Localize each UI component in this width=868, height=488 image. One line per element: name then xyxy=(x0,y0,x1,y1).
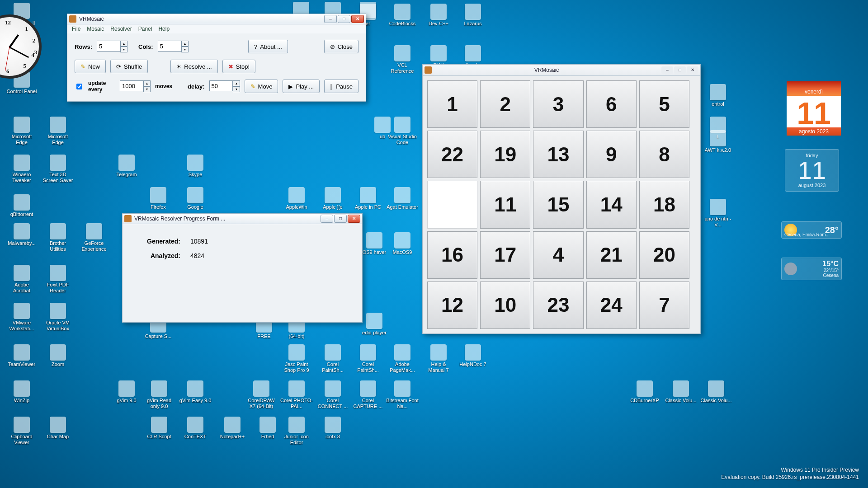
puzzle-tile[interactable]: 22 xyxy=(427,131,477,178)
puzzle-tile[interactable]: 7 xyxy=(639,282,689,329)
puzzle-tile[interactable]: 21 xyxy=(586,231,637,279)
desktop-icon[interactable]: Corel PaintSh... xyxy=(316,344,349,373)
desktop-icon[interactable]: GeForce Experience xyxy=(78,223,110,252)
puzzle-tile[interactable]: 3 xyxy=(533,80,583,128)
puzzle-tile[interactable]: 4 xyxy=(533,231,583,279)
desktop-icon[interactable]: Firefox xyxy=(142,187,175,210)
desktop-icon[interactable]: AppleWin xyxy=(280,187,313,210)
minimize-button[interactable]: – xyxy=(321,215,333,223)
new-button[interactable]: ✎New xyxy=(75,60,106,73)
puzzle-empty-slot[interactable] xyxy=(427,181,477,228)
maximize-button[interactable]: □ xyxy=(674,66,686,74)
weather-gadget-1[interactable]: 28° Cesena, Emilia-Rom... xyxy=(781,221,842,239)
desktop-icon[interactable]: Brother Utilities xyxy=(42,223,74,252)
menu-file[interactable]: File xyxy=(72,26,80,32)
desktop-icon[interactable]: Dev-C++ xyxy=(422,4,455,27)
desktop-icon[interactable]: Winaero Tweaker xyxy=(5,155,38,183)
desktop-icon[interactable]: Visual Studio Code xyxy=(386,117,419,145)
close-button[interactable]: ✕ xyxy=(351,15,364,23)
puzzle-tile[interactable]: 14 xyxy=(586,181,637,228)
puzzle-tile[interactable]: 12 xyxy=(427,282,477,329)
minimize-button[interactable]: – xyxy=(661,66,673,74)
about-button[interactable]: ?About ... xyxy=(248,40,288,53)
desktop-icon[interactable]: Char Map xyxy=(42,417,74,440)
desktop-icon[interactable]: Skype xyxy=(179,155,212,178)
pause-button[interactable]: ‖Pause xyxy=(324,80,359,93)
puzzle-tile[interactable]: 13 xyxy=(533,131,583,178)
puzzle-tile[interactable]: 19 xyxy=(480,131,530,178)
desktop-icon[interactable]: Clipboard Viewer xyxy=(5,417,38,446)
desktop-icon[interactable]: Junior Icon Editor xyxy=(280,417,313,446)
desktop-icon[interactable]: Agat Emulator xyxy=(386,187,419,210)
puzzle-tile[interactable]: 9 xyxy=(586,131,637,178)
desktop-icon[interactable]: Corel CAPTURE ... xyxy=(352,380,384,409)
desktop-icon[interactable]: gVim Easy 9.0 xyxy=(179,380,212,404)
desktop-icon[interactable]: Frhed xyxy=(251,417,284,440)
desktop-icon[interactable]: edia player xyxy=(358,313,391,336)
menu-panel[interactable]: Panel xyxy=(138,26,152,32)
desktop-icon[interactable]: Help & Manual 7 xyxy=(422,344,455,373)
menu-help[interactable]: Help xyxy=(158,26,170,32)
menu-mosaic[interactable]: Mosaic xyxy=(87,26,104,32)
puzzle-tile[interactable]: 10 xyxy=(480,282,530,329)
calendar-gadget-red[interactable]: venerdì 11 agosto 2023 xyxy=(787,81,841,136)
desktop-icon[interactable]: CodeBlocks xyxy=(386,4,419,27)
desktop-icon[interactable]: ano de ntri - V... xyxy=(702,199,734,228)
desktop-icon[interactable]: Foxit PDF Reader xyxy=(42,265,74,294)
menu-resolver[interactable]: Resolver xyxy=(110,26,132,32)
desktop-icon[interactable]: Text 3D Screen Saver xyxy=(42,155,74,183)
close-panel-button[interactable]: ⊘Close xyxy=(324,40,359,53)
resolve-button[interactable]: ✶Resolve ... xyxy=(170,60,217,73)
puzzle-tile[interactable]: 15 xyxy=(533,181,583,228)
cols-spin[interactable]: ▴▾ xyxy=(158,41,189,52)
play-button[interactable]: ▶Play ... xyxy=(283,80,320,93)
desktop-icon[interactable]: Jasc Paint Shop Pro 9 xyxy=(280,344,313,373)
maximize-button[interactable]: □ xyxy=(338,15,350,23)
close-button[interactable]: ✕ xyxy=(348,215,360,223)
rows-spin[interactable]: ▴▾ xyxy=(97,41,127,52)
puzzle-tile[interactable]: 2 xyxy=(480,80,530,128)
minimize-button[interactable]: – xyxy=(324,15,337,23)
desktop-icon[interactable]: qBittorrent xyxy=(5,194,38,217)
desktop-icon[interactable]: ConTEXT xyxy=(179,417,212,440)
desktop-icon[interactable]: Corel CONNECT ... xyxy=(316,380,349,409)
desktop-icon[interactable]: Apple in PC xyxy=(352,187,384,210)
desktop-icon[interactable]: ontrol xyxy=(702,84,734,107)
desktop-icon[interactable]: Google xyxy=(179,187,212,210)
puzzle-tile[interactable]: 20 xyxy=(639,231,689,279)
titlebar[interactable]: VRMosaic – □ ✕ xyxy=(67,14,366,24)
weather-gadget-2[interactable]: 15°C 22°/15° Cesena xyxy=(781,258,842,280)
desktop-icon[interactable]: MacOS9 xyxy=(386,232,419,255)
desktop-icon[interactable]: CDBurnerXP xyxy=(628,380,661,404)
desktop-icon[interactable]: VCL Reference xyxy=(386,45,419,74)
delay-spin[interactable]: ▴▾ xyxy=(209,80,240,92)
puzzle-tile[interactable]: 6 xyxy=(586,80,637,128)
desktop-icon[interactable]: Oracle VM VirtualBox xyxy=(42,303,74,332)
puzzle-tile[interactable]: 5 xyxy=(639,80,689,128)
desktop-icon[interactable]: Adobe PageMak... xyxy=(386,344,419,373)
desktop-icon[interactable]: Classic Volu... xyxy=(700,380,732,404)
desktop-icon[interactable]: Corel PHOTO-PAI... xyxy=(280,380,313,409)
desktop-icon[interactable]: Classic Volu... xyxy=(665,380,697,404)
puzzle-tile[interactable]: 24 xyxy=(586,282,637,329)
titlebar[interactable]: VRMosaic Resolver Progress Form ... – □ … xyxy=(123,214,362,224)
puzzle-tile[interactable]: 1 xyxy=(427,80,477,128)
maximize-button[interactable]: □ xyxy=(334,215,347,223)
titlebar[interactable]: VRMosaic – □ ✕ xyxy=(423,65,700,76)
desktop-icon[interactable]: Malwareby... xyxy=(5,223,38,246)
puzzle-tile[interactable]: 17 xyxy=(480,231,530,279)
desktop-icon[interactable]: gVim Read only 9.0 xyxy=(143,380,175,409)
desktop-icon[interactable]: Bitstream Font Na... xyxy=(386,380,419,409)
desktop-icon[interactable]: TeamViewer xyxy=(5,344,38,367)
move-button[interactable]: ✎Move xyxy=(245,80,278,93)
desktop-icon[interactable]: Lazarus xyxy=(457,4,489,27)
desktop-icon[interactable]: HelpNDoc 7 xyxy=(457,344,489,367)
update-every-spin[interactable]: ▴▾ xyxy=(120,80,151,92)
puzzle-tile[interactable]: 11 xyxy=(480,181,530,228)
desktop-icon[interactable]: VMware Workstati... xyxy=(5,303,38,332)
puzzle-tile[interactable]: 16 xyxy=(427,231,477,279)
update-checkbox[interactable] xyxy=(76,84,82,89)
stop-button[interactable]: ✖Stop! xyxy=(222,60,255,73)
desktop-icon[interactable]: Adobe Acrobat xyxy=(5,265,38,294)
desktop-icon[interactable]: gVim 9.0 xyxy=(110,380,143,404)
